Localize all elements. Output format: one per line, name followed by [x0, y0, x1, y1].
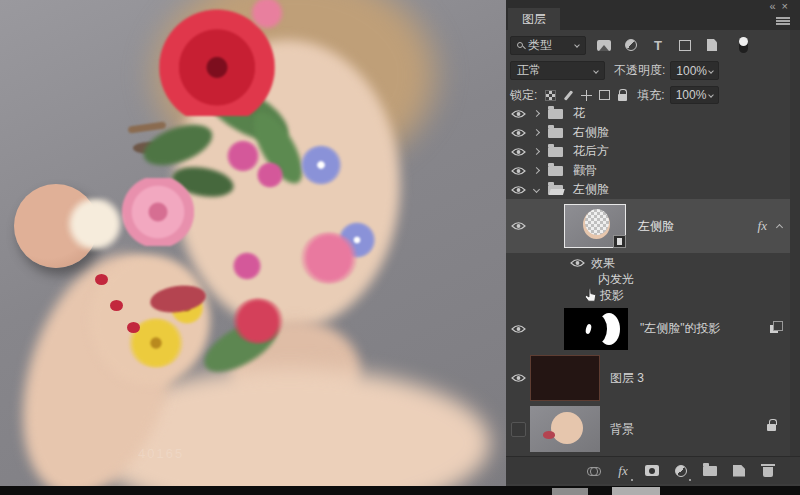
panel-toolbar: fx: [506, 456, 800, 484]
collapse-chevron-icon[interactable]: [533, 186, 540, 193]
visibility-toggle[interactable]: [506, 147, 530, 157]
new-group-icon[interactable]: [702, 463, 718, 479]
folder-icon: [548, 128, 563, 138]
blend-row: 正常 不透明度: 100%: [510, 61, 719, 80]
hand-cursor-icon: [584, 288, 598, 303]
eye-icon: [511, 185, 526, 195]
layer-thumbnail[interactable]: [530, 406, 600, 452]
folder-icon: [548, 147, 563, 157]
effects-header-row[interactable]: 效果: [506, 255, 790, 271]
new-layer-icon[interactable]: [731, 463, 747, 479]
visibility-toggle[interactable]: [506, 128, 530, 138]
photo-magenta-flower: [226, 140, 260, 172]
photo-pink-rose: [122, 178, 194, 246]
tab-layers[interactable]: 图层: [508, 8, 560, 30]
expand-chevron-icon[interactable]: [533, 129, 540, 136]
fx-badge[interactable]: fx: [758, 218, 767, 234]
lock-artboard-icon[interactable]: [595, 86, 613, 104]
blend-mode-value: 正常: [517, 62, 541, 79]
photo-nail: [110, 300, 123, 311]
effect-inner-glow-row[interactable]: 内发光: [506, 271, 790, 287]
layer-row-layer3[interactable]: 图层 3: [506, 353, 790, 403]
photo-magenta-flower: [256, 162, 284, 188]
layer-group-behind-flower[interactable]: 花后方: [506, 142, 790, 161]
photo-pink-cluster: [300, 232, 358, 284]
layer-row-left-face[interactable]: 左侧脸 fx: [506, 199, 790, 253]
photo-blue-flower: [300, 145, 342, 185]
thumb-face: [551, 412, 583, 444]
photo-magenta-flower: [232, 252, 262, 280]
filter-shape-layers-icon[interactable]: [676, 36, 694, 54]
layer-thumbnail[interactable]: [564, 308, 628, 350]
visibility-toggle[interactable]: [506, 373, 530, 383]
lock-position-move-icon[interactable]: [577, 86, 595, 104]
tab-layers-label: 图层: [522, 11, 546, 28]
photoshop-window: 40165 图层 «× 类型 T: [0, 0, 800, 495]
collapse-effects-chevron-icon[interactable]: [776, 223, 783, 230]
layer-row-shadow[interactable]: "左侧脸"的投影: [506, 304, 790, 353]
eye-icon: [511, 324, 526, 334]
opacity-input[interactable]: 100%: [670, 61, 719, 80]
layer-name: 图层 3: [610, 370, 644, 387]
delete-layer-icon[interactable]: [760, 463, 776, 479]
blend-mode-dropdown[interactable]: 正常: [510, 61, 605, 80]
filter-smart-object-icon[interactable]: [703, 36, 721, 54]
fill-label: 填充:: [637, 87, 664, 104]
panel-window-controls: «×: [769, 0, 794, 12]
effect-drop-shadow-row[interactable]: 投影: [506, 287, 790, 304]
fill-input[interactable]: 100%: [670, 86, 719, 104]
visibility-toggle[interactable]: [506, 221, 530, 231]
chevron-down-icon: [709, 68, 715, 74]
layer-group-left-face[interactable]: 左侧脸: [506, 180, 790, 199]
eye-icon: [570, 258, 585, 268]
visibility-toggle[interactable]: [570, 258, 585, 268]
chevron-down-icon: [574, 42, 580, 48]
layer-name: 背景: [610, 421, 634, 438]
new-adjustment-layer-icon[interactable]: [673, 463, 689, 479]
eye-off-icon: [511, 422, 526, 437]
filter-type-dropdown[interactable]: 类型: [510, 36, 586, 55]
visibility-toggle[interactable]: [506, 185, 530, 195]
collapse-panel-icon[interactable]: «: [769, 0, 781, 12]
layer-group-flower[interactable]: 花: [506, 104, 790, 123]
group-name: 左侧脸: [573, 181, 609, 198]
expand-chevron-icon[interactable]: [533, 110, 540, 117]
visibility-toggle[interactable]: [506, 109, 530, 119]
visibility-toggle[interactable]: [506, 166, 530, 176]
filter-adjustment-layers-icon[interactable]: [622, 36, 640, 54]
filter-pixel-layers-icon[interactable]: [595, 36, 613, 54]
open-folder-icon: [548, 185, 563, 195]
filter-toggle-icon[interactable]: [734, 36, 752, 54]
lock-pixels-brush-icon[interactable]: [559, 86, 577, 104]
group-name: 花后方: [573, 143, 609, 160]
effects-label: 效果: [591, 255, 615, 272]
group-name: 右侧脸: [573, 124, 609, 141]
add-layer-style-icon[interactable]: fx: [615, 463, 631, 479]
expand-chevron-icon[interactable]: [533, 148, 540, 155]
filter-type-layers-icon[interactable]: T: [649, 36, 667, 54]
smart-object-badge-icon: [613, 235, 626, 248]
document-canvas[interactable]: 40165: [0, 0, 506, 486]
layer-thumbnail[interactable]: [564, 204, 626, 248]
add-layer-mask-icon[interactable]: [644, 463, 660, 479]
search-icon: [517, 42, 523, 48]
layers-panel: 图层 «× 类型 T 正常: [506, 0, 800, 486]
layer-group-cheekbone[interactable]: 颧骨: [506, 161, 790, 180]
close-panel-icon[interactable]: ×: [782, 0, 794, 12]
chevron-down-icon: [708, 92, 714, 98]
layer-name: 左侧脸: [638, 218, 674, 235]
layer-group-right-face[interactable]: 右侧脸: [506, 123, 790, 142]
panel-header: 图层 «×: [506, 0, 800, 30]
lock-transparency-icon[interactable]: [541, 86, 559, 104]
panel-scroll-gutter[interactable]: [790, 30, 800, 456]
expand-chevron-icon[interactable]: [533, 167, 540, 174]
visibility-toggle[interactable]: [506, 324, 530, 334]
link-layers-icon[interactable]: [586, 463, 602, 479]
lock-label: 锁定:: [510, 87, 537, 104]
panel-menu-icon[interactable]: [776, 17, 790, 25]
layer-thumbnail[interactable]: [530, 355, 600, 401]
visibility-toggle[interactable]: [506, 422, 530, 437]
layer-row-background[interactable]: 背景: [506, 403, 790, 455]
filter-type-label: 类型: [528, 37, 552, 54]
lock-all-icon[interactable]: [613, 86, 631, 104]
